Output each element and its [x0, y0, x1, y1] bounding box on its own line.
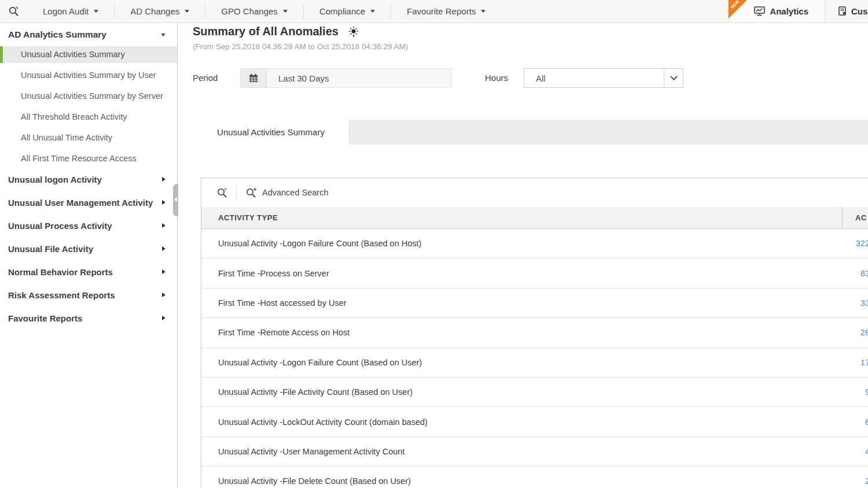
activity-type-cell: First Time -Host accessed by User — [201, 298, 842, 308]
hours-label: Hours — [485, 73, 508, 83]
report-star-icon — [838, 6, 847, 16]
sidebar-item[interactable]: Unusual Activities Summary — [0, 46, 177, 63]
sidebar-section-label: Risk Assessment Reports — [8, 290, 115, 300]
sidebar-item[interactable]: Unusual Activities Summary by User — [0, 67, 177, 84]
nav-item-custom-reports[interactable]: Cus — [825, 0, 868, 23]
table-row: Unusual Activity -LockOut Activity Count… — [201, 407, 868, 437]
global-search-button[interactable] — [0, 6, 27, 17]
activity-count-cell: 17 — [842, 357, 868, 368]
activity-count-link[interactable]: 6 — [865, 417, 868, 427]
activity-count-cell: 28 — [842, 327, 868, 338]
sidebar-section-label: Unusual User Management Activity — [8, 198, 153, 208]
sidebar-section-ad-analytics-summary[interactable]: AD Analytics Summary — [0, 24, 177, 45]
nav-menu-label: GPO Changes — [221, 6, 278, 16]
activity-count-cell: 4 — [842, 446, 868, 457]
new-ribbon-label: NEW — [728, 0, 742, 12]
nav-menu-logon-audit[interactable]: Logon Audit — [27, 5, 114, 19]
activity-count-link[interactable]: 17 — [860, 358, 868, 367]
nav-menu-label: Compliance — [319, 6, 365, 16]
hours-value: All — [524, 73, 664, 83]
chevron-down-icon — [161, 34, 165, 36]
chevron-right-icon — [162, 246, 165, 251]
sidebar-item[interactable]: All First Time Resource Access — [0, 150, 177, 167]
activity-count-link[interactable]: 33 — [860, 298, 868, 308]
table-row: Unusual Activity -Logon Failure Count (B… — [201, 229, 868, 258]
activity-count-link[interactable]: 4 — [865, 447, 868, 456]
table-row: First Time -Remote Access on Host28 — [201, 318, 868, 347]
activity-count-link[interactable]: 28 — [860, 328, 868, 337]
period-label: Period — [193, 73, 218, 83]
calendar-icon — [249, 73, 258, 83]
nav-item-analytics[interactable]: NEW Analytics — [728, 0, 825, 23]
nav-menu-favourite-reports[interactable]: Favourite Reports — [391, 5, 501, 19]
sidebar-section[interactable]: Favourite Reports — [0, 310, 177, 326]
hours-select[interactable]: All — [524, 68, 683, 88]
caret-down-icon — [185, 10, 189, 13]
analytics-monitor-icon — [754, 6, 765, 16]
chevron-right-icon — [162, 269, 165, 274]
activity-count-link[interactable]: 322 — [856, 239, 868, 248]
activity-count-link[interactable]: 2 — [865, 476, 868, 486]
period-picker[interactable]: Last 30 Days — [240, 68, 452, 88]
analytics-label: Analytics — [770, 6, 808, 16]
column-search-button[interactable] — [216, 187, 227, 198]
activity-type-cell: First Time -Remote Access on Host — [201, 328, 842, 337]
sidebar-section[interactable]: Risk Assessment Reports — [0, 287, 177, 303]
nav-menu-label: Favourite Reports — [407, 6, 476, 16]
chevron-down-icon — [670, 76, 678, 80]
table-header-row: ACTIVITY TYPE AC — [201, 207, 868, 229]
activity-count-link[interactable]: 83 — [860, 269, 868, 278]
sidebar: AD Analytics Summary Unusual Activities … — [0, 23, 178, 488]
sidebar-item[interactable]: All Unusual Time Activity — [0, 130, 177, 146]
nav-right-group: NEW Analytics Cus — [728, 0, 868, 23]
tab-unusual-activities-summary[interactable]: Unusual Activities Summary — [193, 120, 350, 145]
activity-count-cell: 83 — [842, 268, 868, 279]
nav-menu-label: Logon Audit — [43, 6, 89, 16]
nav-menu-ad-changes[interactable]: AD Changes — [114, 5, 205, 19]
toolbar-divider — [236, 185, 237, 200]
nav-menu-bar: Logon AuditAD ChangesGPO ChangesComplian… — [27, 0, 501, 23]
activity-type-cell: Unusual Activity -Logon Failure Count (B… — [201, 358, 842, 367]
sidebar-summary-list: Unusual Activities SummaryUnusual Activi… — [0, 46, 177, 167]
nav-menu-gpo-changes[interactable]: GPO Changes — [205, 5, 303, 19]
table-row: Unusual Activity -User Management Activi… — [201, 437, 868, 467]
search-icon — [216, 187, 227, 198]
nav-menu-compliance[interactable]: Compliance — [303, 5, 391, 19]
nav-menu-label: AD Changes — [130, 6, 179, 16]
chevron-right-icon — [162, 316, 165, 320]
advanced-search-label: Advanced Search — [262, 188, 328, 197]
sidebar-section[interactable]: Unusual logon Activity — [0, 171, 177, 187]
table-row: Unusual Activity -Logon Failure Count (B… — [201, 348, 868, 378]
table-row: First Time -Host accessed by User33 — [201, 289, 868, 318]
top-nav: Logon AuditAD ChangesGPO ChangesComplian… — [0, 0, 868, 23]
activity-count-link[interactable]: 9 — [865, 387, 868, 397]
page-title: Summary of All Anomalies — [193, 25, 339, 38]
activity-type-cell: Unusual Activity -Logon Failure Count (B… — [201, 239, 842, 248]
period-value: Last 30 Days — [267, 73, 329, 83]
chevron-right-icon — [162, 200, 165, 205]
sidebar-section[interactable]: Unusual User Management Activity — [0, 194, 177, 210]
table-toolbar: Advanced Search — [201, 178, 868, 207]
custom-reports-label: Cus — [851, 6, 867, 16]
app-window: Logon AuditAD ChangesGPO ChangesComplian… — [0, 0, 868, 488]
activity-type-header[interactable]: ACTIVITY TYPE — [201, 213, 842, 222]
caret-down-icon — [283, 10, 288, 13]
calendar-icon-cell[interactable] — [241, 69, 267, 87]
report-date-range: (From Sep 25,2018 04:36:29 AM to Oct 25,… — [193, 42, 408, 51]
activity-type-cell: Unusual Activity -User Management Activi… — [201, 447, 842, 456]
sidebar-item[interactable]: All Threshold Breach Activity — [0, 109, 177, 125]
sidebar-section[interactable]: Unusual Process Activity — [0, 217, 177, 234]
hours-dropdown-toggle[interactable] — [664, 69, 683, 87]
advanced-search-button[interactable]: Advanced Search — [245, 187, 328, 198]
activity-count-cell: 9 — [842, 387, 868, 397]
insight-bulb-icon[interactable] — [348, 26, 359, 38]
activity-count-cell: 6 — [842, 417, 868, 427]
sidebar-section-label: Normal Behavior Reports — [8, 267, 113, 277]
activity-type-cell: Unusual Activity -LockOut Activity Count… — [201, 417, 842, 427]
activity-count-header[interactable]: AC — [842, 207, 868, 228]
sidebar-item[interactable]: Unusual Activities Summary by Server — [0, 88, 177, 105]
tab-label: Unusual Activities Summary — [217, 127, 325, 137]
chevron-right-icon — [162, 177, 165, 182]
sidebar-section[interactable]: Normal Behavior Reports — [0, 264, 177, 280]
sidebar-section[interactable]: Unusual File Activity — [0, 241, 177, 257]
